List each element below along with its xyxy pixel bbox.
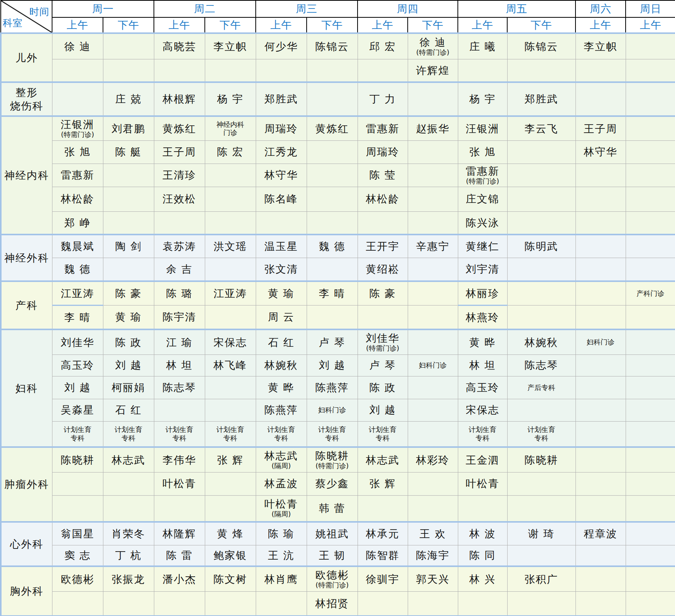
schedule-cell: 王 欢 <box>408 522 458 545</box>
doctor-name: 江 瑜 <box>154 336 205 348</box>
doctor-name: 丁 杭 <box>103 549 154 561</box>
corner-cell: 科室 时间 <box>1 0 52 33</box>
schedule-cell <box>408 281 458 305</box>
schedule-cell: 陈 瑜 <box>256 522 307 545</box>
schedule-cell <box>408 140 458 164</box>
schedule-row: 整形 烧伤科庄 兢林根辉杨 宇郑胜武丁 力杨 宇郑胜武 <box>1 82 675 116</box>
doctor-name: 刘佳华 <box>52 336 103 348</box>
doctor-name: 邱 宏 <box>358 41 408 52</box>
schedule-cell: 周 云 <box>256 305 307 329</box>
doctor-name: 丁 力 <box>358 93 408 105</box>
schedule-cell <box>205 211 256 235</box>
schedule-cell: 黄 烽 <box>205 522 256 545</box>
schedule-cell: 杨 宇 <box>458 82 507 116</box>
session-header: 上午 <box>52 17 103 33</box>
dept-label: 神经外科 <box>1 235 52 281</box>
schedule-cell: 石 红 <box>103 399 154 421</box>
doctor-name: 欧德彬 <box>52 573 103 585</box>
doctor-name: 江秀龙 <box>256 146 307 158</box>
schedule-cell <box>205 187 256 211</box>
schedule-cell: 计划生育 专科 <box>103 421 154 447</box>
schedule-cell: 林肖鹰 <box>256 566 307 591</box>
clinic-note: (特需门诊) <box>358 344 408 353</box>
doctor-name: 陈 政 <box>103 336 154 348</box>
schedule-cell: 刘佳华 <box>52 329 103 354</box>
doctor-name: 陈 宏 <box>205 146 256 158</box>
doctor-name: 张 辉 <box>358 478 408 489</box>
schedule-cell: 陈名峰 <box>256 187 307 211</box>
doctor-name: 陈 艇 <box>103 146 154 158</box>
schedule-cell <box>507 59 575 82</box>
schedule-cell <box>575 495 626 522</box>
schedule-cell: 潘小杰 <box>154 566 205 591</box>
schedule-cell <box>626 566 675 591</box>
schedule-cell: 黄炼红 <box>307 116 358 140</box>
doctor-name: 林志武 <box>103 454 154 466</box>
schedule-cell <box>575 258 626 281</box>
schedule-cell <box>626 522 675 545</box>
doctor-name: 叶松青 <box>256 498 307 510</box>
schedule-cell <box>575 281 626 305</box>
schedule-cell: 窦 志 <box>52 545 103 566</box>
schedule-cell <box>626 235 675 258</box>
doctor-name: 陈燕萍 <box>307 381 358 393</box>
schedule-cell: 江亚涛 <box>52 281 103 305</box>
schedule-cell <box>507 472 575 495</box>
doctor-name: 庄文锦 <box>458 193 507 205</box>
clinic-note: 产后专科 <box>508 383 575 392</box>
schedule-cell <box>507 258 575 281</box>
schedule-cell <box>408 82 458 116</box>
clinic-note: (特需门诊) <box>52 130 103 139</box>
corner-dept-label: 科室 <box>3 17 23 29</box>
schedule-cell <box>507 399 575 421</box>
schedule-cell: 李 晴 <box>52 305 103 329</box>
session-header-row: 上午下午上午下午上午下午上午下午上午下午上午上午 <box>1 17 675 33</box>
schedule-cell: 温玉星 <box>256 235 307 258</box>
schedule-cell: 王子周 <box>154 140 205 164</box>
session-header: 下午 <box>408 17 458 33</box>
outpatient-schedule-table: 科室 时间 周一周二周三周四周五周六周日 上午下午上午下午上午下午上午下午上午下… <box>0 0 675 616</box>
schedule-cell: 张 旭 <box>458 140 507 164</box>
schedule-cell <box>626 33 675 59</box>
schedule-cell: 黄 瑜 <box>103 305 154 329</box>
doctor-name: 翁国星 <box>52 528 103 540</box>
doctor-name: 林招贤 <box>307 597 358 609</box>
schedule-cell: 林守华 <box>256 164 307 187</box>
doctor-name: 陈晓耕 <box>307 450 358 462</box>
day-header: 周三 <box>256 0 358 17</box>
doctor-name: 陈锦云 <box>307 41 358 52</box>
clinic-note: 计划生育 专科 <box>52 425 103 442</box>
doctor-name: 黄 晔 <box>256 381 307 393</box>
schedule-cell: 林婉秋 <box>507 329 575 354</box>
clinic-note: 神经内科 门诊 <box>205 120 256 137</box>
schedule-cell: 叶松青 <box>458 472 507 495</box>
schedule-cell <box>575 82 626 116</box>
schedule-cell: 黄 瑜 <box>256 281 307 305</box>
doctor-name: 王子周 <box>576 123 626 135</box>
schedule-cell <box>205 59 256 82</box>
schedule-cell <box>307 164 358 187</box>
schedule-row: 林招贤 <box>1 591 675 616</box>
doctor-name: 魏 德 <box>307 240 358 252</box>
schedule-cell: 陶 剑 <box>103 235 154 258</box>
schedule-cell: 陈宇清 <box>154 305 205 329</box>
doctor-name: 刘 越 <box>52 381 103 393</box>
schedule-cell: 江亚涛 <box>205 281 256 305</box>
schedule-cell: 张 辉 <box>205 447 256 472</box>
schedule-cell <box>256 59 307 82</box>
schedule-cell <box>575 591 626 616</box>
doctor-name: 李 晴 <box>307 287 358 299</box>
schedule-row: 计划生育 专科计划生育 专科计划生育 专科计划生育 专科计划生育 专科计划生育 … <box>1 421 675 447</box>
doctor-name: 陈志琴 <box>154 381 205 393</box>
schedule-cell: 徐 迪(特需门诊) <box>408 33 458 59</box>
schedule-cell: 林燕玲 <box>458 305 507 329</box>
doctor-name: 郑胜武 <box>508 93 575 105</box>
schedule-cell: 李伟华 <box>154 447 205 472</box>
schedule-cell: 产科门诊 <box>626 281 675 305</box>
doctor-name: 林守华 <box>256 169 307 181</box>
schedule-cell: 汪效松 <box>154 187 205 211</box>
doctor-name: 雷惠新 <box>52 169 103 181</box>
doctor-name: 程章波 <box>576 528 626 540</box>
schedule-cell: 陈 政 <box>103 329 154 354</box>
schedule-cell <box>103 33 154 59</box>
